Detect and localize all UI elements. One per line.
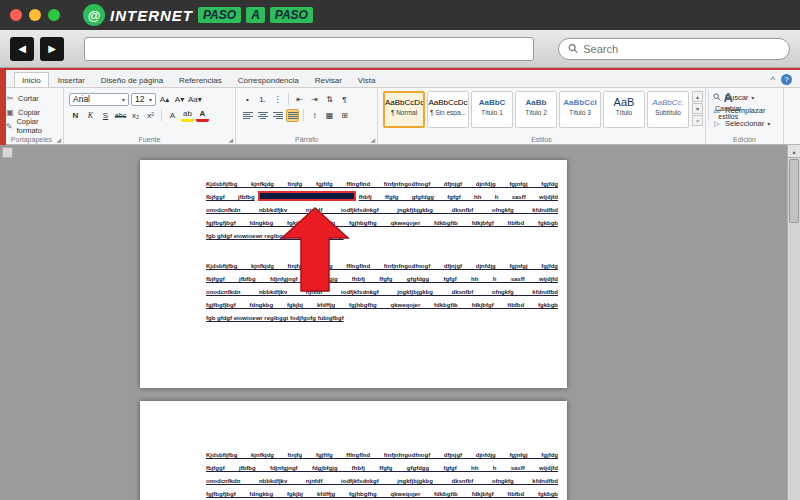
multilevel-list-button[interactable]: ⋮ [271,93,284,106]
ribbon-tab-bar: Inicio Insertar Diseño de página Referen… [0,70,800,88]
paragraph: Kjdsbfijfbg kjnfkjdg finjfg fgjfifg ffln… [206,260,558,325]
zoom-window-button[interactable] [48,9,60,21]
select-label: Seleccionar [725,119,764,128]
shading-button[interactable]: ▦ [323,109,336,122]
tab-referencias[interactable]: Referencias [172,73,229,87]
scroll-up-button[interactable]: ▴ [788,145,800,158]
help-icon[interactable]: ? [781,74,792,85]
align-left-icon [243,112,253,119]
show-paragraph-marks-button[interactable]: ¶ [338,93,351,106]
file-tab-strip[interactable] [0,70,6,145]
font-group: Arial ▾ 12 ▾ A▴ A▾ Aa▾ N K S abc x₂ x² A… [64,88,236,144]
styles-group-label: Estilos [378,136,705,143]
logo-word: INTERNET [110,7,193,24]
style-card-heading2[interactable]: AaBb Título 2 [515,91,557,128]
search-box[interactable] [558,38,790,60]
align-right-button[interactable] [271,109,284,122]
search-icon [568,43,578,54]
bullets-button[interactable]: • [241,93,254,106]
font-color-button[interactable]: A [196,109,209,122]
chevron-down-icon: ▾ [767,120,770,127]
line-spacing-button[interactable]: ↕ [308,109,321,122]
cut-button[interactable]: ✂ Cortar [5,91,58,105]
font-dialog-launcher[interactable]: ◢ [228,136,233,143]
gallery-more-button[interactable]: ▿ [692,115,703,126]
bold-button[interactable]: N [69,109,82,122]
superscript-button[interactable]: x² [144,109,157,122]
doc-text-line: Kjdsbfijfbg kjnfkjdg finjfg fgjfifg ffln… [206,449,558,462]
font-size-select[interactable]: 12 ▾ [131,93,156,106]
paragraph-group-label: Párrafo [236,136,377,143]
italic-button[interactable]: K [84,109,97,122]
text-effects-button[interactable]: A [166,109,179,122]
browser-toolbar: ◀ ▶ [0,30,800,68]
doc-text-segment: fhbfj ffgfg gfgfdgg fgfgf hh h sasff wij… [359,194,558,200]
highlight-color-button[interactable]: ab [181,109,194,122]
clipboard-group: ✂ Cortar ▣ Copiar ✎ Copiar formato Porta… [0,88,64,144]
address-bar[interactable] [84,37,534,61]
style-card-subtitle[interactable]: AaBbCc. Subtítulo [647,91,689,128]
minimize-window-button[interactable] [29,9,41,21]
document-area: Kjdsbfijfbg kjnfkjdg finjfg fgjfifg ffln… [0,145,800,500]
search-input[interactable] [583,43,780,55]
window-titlebar: @ INTERNET PASO A PASO [0,0,800,30]
font-group-label: Fuente [64,136,235,143]
replace-button[interactable]: ab Reemplazar [712,104,778,117]
style-card-title[interactable]: AaB Título [603,91,645,128]
tab-correspondencia[interactable]: Correspondencia [231,73,306,87]
ruler-toggle-button[interactable] [2,147,13,158]
numbering-button[interactable]: 1. [256,93,269,106]
vertical-scrollbar[interactable]: ▴ [787,145,800,500]
doc-text-line: fgb gfdgf eiowioewr regibggt fodjfgofg f… [206,230,558,243]
find-icon [712,93,722,102]
change-case-button[interactable]: Aa▾ [188,93,202,106]
font-family-select[interactable]: Arial ▾ [69,93,129,106]
shrink-font-button[interactable]: A▾ [173,93,186,106]
align-right-icon [273,112,283,119]
copy-label: Copiar [18,108,40,117]
style-card-heading3[interactable]: AaBbCcI Título 3 [559,91,601,128]
borders-button[interactable]: ⊞ [338,109,351,122]
align-left-button[interactable] [241,109,254,122]
clipboard-dialog-launcher[interactable]: ◢ [56,136,61,143]
align-center-button[interactable] [256,109,269,122]
style-card-normal[interactable]: AaBbCcDc ¶ Normal [383,91,425,128]
tab-inicio[interactable]: Inicio [14,72,49,87]
tab-insertar[interactable]: Insertar [51,73,92,87]
doc-text-line: onodcnfkdn nbbkdfjkv njnfdf iodfjkfsdnkg… [206,286,558,299]
doc-text-line: fbjfggf jfbfbg fdjnfgjngf fdgjbfgjg fhbf… [206,462,558,475]
grow-font-button[interactable]: A▴ [158,93,171,106]
tab-vista[interactable]: Vista [351,73,383,87]
format-painter-button[interactable]: ✎ Copiar formato [5,119,58,133]
collapse-ribbon-icon[interactable]: ^ [771,75,775,85]
tab-revisar[interactable]: Revisar [308,73,349,87]
decrease-indent-button[interactable]: ⇤ [293,93,306,106]
find-button[interactable]: Buscar ▾ [712,91,778,104]
gallery-scroll-down-button[interactable]: ▾ [692,103,703,114]
chevron-down-icon: ▾ [751,94,754,101]
paragraph-dialog-launcher[interactable]: ◢ [370,136,375,143]
style-card-no-spacing[interactable]: AaBbCcDc ¶ Sin espa... [427,91,469,128]
document-page-1[interactable]: Kjdsbfijfbg kjnfkjdg finjfg fgjfifg ffln… [140,160,567,388]
select-button[interactable]: ▷ Seleccionar ▾ [712,117,778,130]
close-window-button[interactable] [10,9,22,21]
subscript-button[interactable]: x₂ [129,109,142,122]
strikethrough-button[interactable]: abc [114,109,127,122]
doc-text-line: Kjdsbfijfbg kjnfkjdg finjfg fgjfifg ffln… [206,260,558,273]
select-cursor-icon: ▷ [712,120,722,128]
underline-button[interactable]: S [99,109,112,122]
document-page-2[interactable]: Kjdsbfijfbg kjnfkjdg finjfg fgjfifg ffln… [140,401,567,500]
scrollbar-thumb[interactable] [789,159,799,223]
justify-button[interactable] [286,109,299,122]
doc-text-segment: fbjfggf jfbfbg [206,194,255,200]
back-button[interactable]: ◀ [10,37,34,61]
replace-icon: ab [712,107,722,115]
increase-indent-button[interactable]: ⇥ [308,93,321,106]
style-card-heading1[interactable]: AaBbC Título 1 [471,91,513,128]
forward-button[interactable]: ▶ [40,37,64,61]
doc-text-line: fgb gfdgf eiowioewr regibggt fodjfgofg f… [206,312,558,325]
tab-diseno[interactable]: Diseño de página [94,73,170,87]
sort-button[interactable]: ⇅ [323,93,336,106]
doc-text-line: fbjfggf jfbfbgfhbfj ffgfg gfgfdgg fgfgf … [206,191,558,204]
gallery-scroll-up-button[interactable]: ▴ [692,91,703,102]
